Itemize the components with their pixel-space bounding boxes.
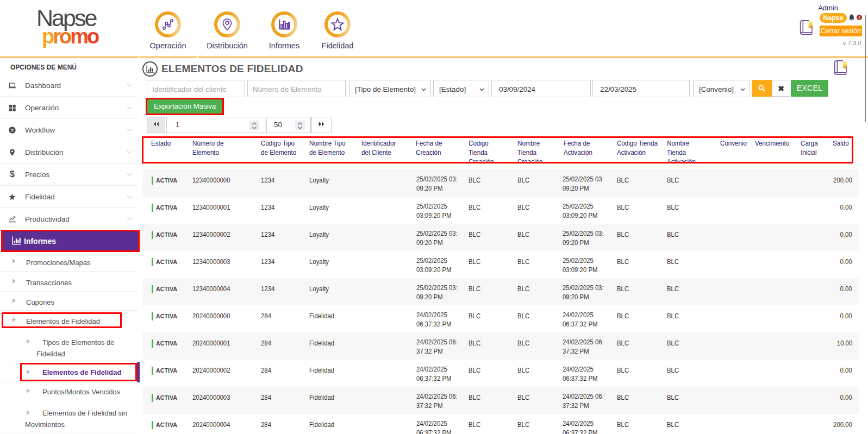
svg-text:?: ?: [11, 128, 14, 133]
